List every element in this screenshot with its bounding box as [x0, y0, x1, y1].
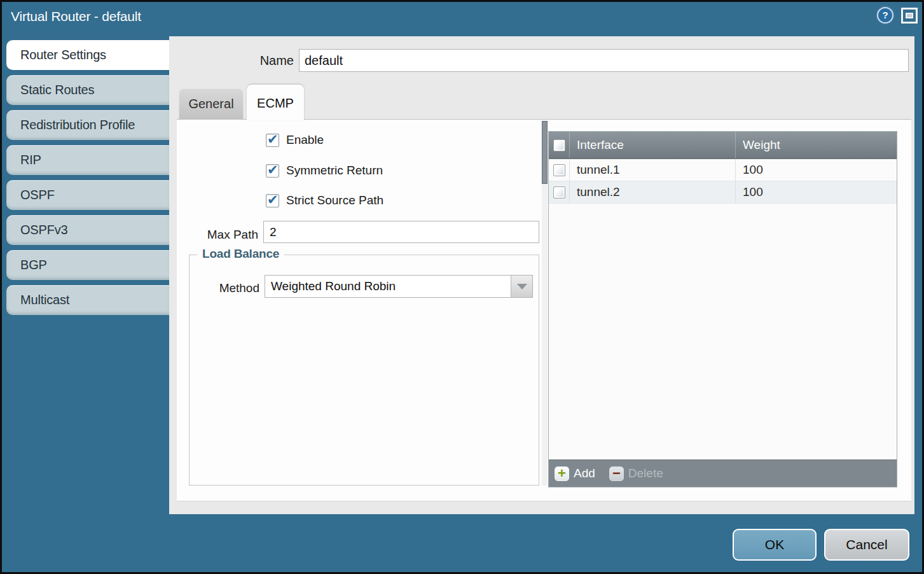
tab-ecmp[interactable]: ECMP [247, 85, 304, 120]
enable-checkbox-row[interactable]: ✔ Enable [266, 133, 324, 147]
load-balance-legend: Load Balance [197, 247, 284, 261]
load-balance-group: Load Balance Method Weighted Round Robin [189, 255, 539, 486]
restore-window-icon[interactable] [901, 8, 918, 24]
delete-button-label: Delete [628, 466, 663, 480]
dialog-title: Virtual Router - default [11, 9, 141, 24]
interface-table: Interface Weight tunnel.1 100 tunnel.2 1… [548, 131, 897, 487]
select-all-checkbox[interactable] [553, 139, 565, 151]
table-header-row: Interface Weight [549, 132, 897, 159]
delete-button[interactable]: − Delete [609, 466, 663, 481]
cancel-button[interactable]: Cancel [824, 529, 909, 561]
row-checkbox[interactable] [553, 164, 565, 176]
symmetric-return-label: Symmetric Return [286, 164, 383, 178]
enable-label: Enable [286, 133, 324, 147]
check-icon: ✔ [267, 192, 279, 207]
symmetric-return-checkbox[interactable]: ✔ [266, 164, 279, 178]
interface-column-header: Interface [569, 132, 735, 158]
restore-window-icon-inner [906, 13, 913, 18]
sidebar-item-multicast[interactable]: Multicast [6, 285, 170, 315]
left-pane-scrollbar[interactable] [542, 121, 548, 486]
method-dropdown-button[interactable] [511, 276, 532, 297]
row-checkbox[interactable] [553, 186, 565, 199]
max-path-label: Max Path [177, 228, 258, 242]
check-icon: ✔ [267, 132, 279, 147]
sidebar-item-router-settings[interactable]: Router Settings [6, 40, 170, 70]
weight-column-header: Weight [735, 132, 897, 158]
strict-source-path-label: Strict Source Path [286, 193, 383, 207]
main-panel: Name General ECMP ✔ Enable ✔ Symmetric R… [169, 36, 914, 514]
method-selected-value: Weighted Round Robin [271, 279, 396, 293]
sidebar-item-redistribution-profile[interactable]: Redistribution Profile [6, 110, 170, 140]
ecmp-tab-content: ✔ Enable ✔ Symmetric Return ✔ Strict Sou… [177, 119, 911, 501]
delete-minus-icon: − [609, 466, 624, 481]
interface-cell[interactable]: tunnel.2 [569, 181, 735, 203]
weight-cell[interactable]: 100 [735, 181, 897, 203]
enable-checkbox[interactable]: ✔ [266, 134, 279, 147]
check-icon: ✔ [267, 162, 279, 178]
sidebar-item-ospfv3[interactable]: OSPFv3 [6, 215, 170, 245]
table-row[interactable]: tunnel.2 100 [549, 181, 897, 204]
add-button-label: Add [574, 466, 595, 480]
weight-cell[interactable]: 100 [735, 159, 897, 181]
name-label: Name [207, 53, 294, 68]
chevron-down-icon [517, 284, 527, 290]
virtual-router-dialog: Virtual Router - default ? Router Settin… [0, 0, 924, 574]
strict-source-path-checkbox[interactable]: ✔ [266, 194, 279, 207]
table-footer-bar: + Add − Delete [549, 459, 897, 487]
sidebar-item-bgp[interactable]: BGP [6, 250, 170, 280]
sidebar: Router Settings Static Routes Redistribu… [6, 40, 170, 315]
table-row[interactable]: tunnel.1 100 [549, 159, 897, 181]
ok-button[interactable]: OK [733, 529, 817, 561]
tab-general[interactable]: General [179, 88, 244, 120]
max-path-input[interactable] [263, 221, 539, 243]
method-select[interactable]: Weighted Round Robin [265, 275, 533, 298]
name-input[interactable] [299, 49, 909, 72]
help-icon[interactable]: ? [877, 7, 893, 24]
add-button[interactable]: + Add [555, 466, 595, 481]
method-label: Method [190, 281, 259, 295]
sidebar-item-ospf[interactable]: OSPF [6, 180, 170, 210]
interface-cell[interactable]: tunnel.1 [569, 159, 735, 181]
add-plus-icon: + [555, 466, 569, 481]
scrollbar-thumb[interactable] [542, 121, 548, 184]
symmetric-return-checkbox-row[interactable]: ✔ Symmetric Return [266, 164, 383, 178]
sidebar-item-rip[interactable]: RIP [6, 145, 170, 175]
strict-source-path-checkbox-row[interactable]: ✔ Strict Source Path [266, 193, 383, 207]
sidebar-item-static-routes[interactable]: Static Routes [6, 75, 170, 105]
